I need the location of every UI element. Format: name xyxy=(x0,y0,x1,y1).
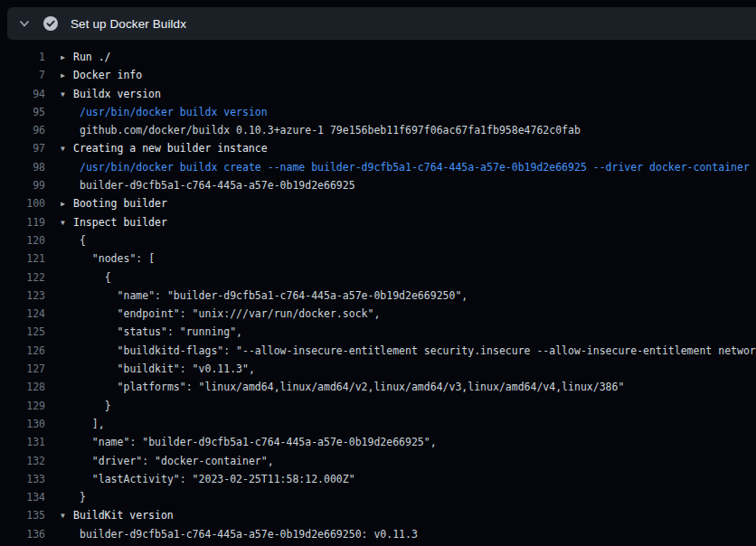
log-line: 122 { xyxy=(0,268,756,287)
log-text-body: } xyxy=(61,397,756,415)
line-number[interactable]: 123 xyxy=(0,287,45,305)
actions-log-viewer: Set up Docker Buildx 1▶Run ./7▶Docker in… xyxy=(0,0,756,546)
log-line: 127 "buildkit": "v0.11.3", xyxy=(0,360,756,378)
log-text: } xyxy=(80,400,111,412)
line-number[interactable]: 99 xyxy=(0,176,45,194)
log-text-body: "name": "builder-d9cfb5a1-c764-445a-a57e… xyxy=(61,433,756,451)
log-line: 136builder-d9cfb5a1-c764-445a-a57e-0b19d… xyxy=(0,525,756,543)
log-group-header[interactable]: ▼Inspect builder xyxy=(61,213,756,231)
log-line: 120{ xyxy=(0,231,756,249)
log-text-body: /usr/bin/docker buildx version xyxy=(61,103,756,121)
collapse-arrow-icon[interactable]: ▼ xyxy=(61,86,73,103)
log-text: "name": "builder-d9cfb5a1-c764-445a-a57e… xyxy=(80,436,437,448)
log-text: Run ./ xyxy=(73,51,111,63)
log-text: Inspect builder xyxy=(73,216,167,229)
log-line: 128 "platforms": "linux/amd64,linux/amd6… xyxy=(0,378,756,396)
log-line: 129 } xyxy=(0,397,756,415)
line-number[interactable]: 132 xyxy=(0,452,45,470)
line-number[interactable]: 126 xyxy=(0,342,45,360)
log-text-body: "platforms": "linux/amd64,linux/amd64/v2… xyxy=(61,378,756,396)
log-text: /usr/bin/docker buildx version xyxy=(80,106,268,118)
line-number[interactable]: 94 xyxy=(0,85,45,103)
line-number[interactable]: 119 xyxy=(0,213,45,231)
log-line: 99builder-d9cfb5a1-c764-445a-a57e-0b19d2… xyxy=(0,176,756,194)
line-number[interactable]: 96 xyxy=(0,121,45,139)
log-text: builder-d9cfb5a1-c764-445a-a57e-0b19d2e6… xyxy=(80,528,418,541)
log-text: /usr/bin/docker buildx create --name bui… xyxy=(80,161,750,174)
log-text: "platforms": "linux/amd64,linux/amd64/v2… xyxy=(80,381,624,393)
line-number[interactable]: 121 xyxy=(0,249,45,268)
log-line: 123 "name": "builder-d9cfb5a1-c764-445a-… xyxy=(0,287,756,305)
log-text-body: "buildkit": "v0.11.3", xyxy=(61,360,756,378)
log-text: { xyxy=(80,234,86,247)
log-text: "nodes": [ xyxy=(80,252,155,265)
line-number[interactable]: 134 xyxy=(0,488,45,506)
step-header[interactable]: Set up Docker Buildx xyxy=(7,7,756,40)
expand-arrow-icon[interactable]: ▶ xyxy=(61,67,73,84)
line-number[interactable]: 133 xyxy=(0,470,45,488)
line-number[interactable]: 1 xyxy=(0,48,45,66)
line-number[interactable]: 128 xyxy=(0,378,45,396)
log-text: { xyxy=(80,271,111,284)
log-text-body: builder-d9cfb5a1-c764-445a-a57e-0b19d2e6… xyxy=(61,176,756,194)
log-text-body: { xyxy=(61,268,756,287)
line-number[interactable]: 136 xyxy=(0,525,45,543)
log-text-body: github.com/docker/buildx 0.10.3+azure-1 … xyxy=(61,121,756,139)
log-area: 1▶Run ./7▶Docker info94▼Buildx version95… xyxy=(0,40,756,546)
log-line[interactable]: 135▼BuildKit version xyxy=(0,506,756,524)
log-line[interactable]: 94▼Buildx version xyxy=(0,85,756,103)
line-number[interactable]: 124 xyxy=(0,305,45,323)
log-text-body: "endpoint": "unix:///var/run/docker.sock… xyxy=(61,305,756,323)
log-line: 130 ], xyxy=(0,415,756,433)
log-line: 132 "driver": "docker-container", xyxy=(0,452,756,470)
collapse-arrow-icon[interactable]: ▼ xyxy=(61,140,73,157)
log-text-body: ], xyxy=(61,415,756,433)
log-group-header[interactable]: ▼BuildKit version xyxy=(61,506,756,524)
collapse-arrow-icon[interactable]: ▼ xyxy=(61,507,73,524)
line-number[interactable]: 135 xyxy=(0,506,45,524)
log-line: 95/usr/bin/docker buildx version xyxy=(0,103,756,121)
log-text-body: "lastActivity": "2023-02-25T11:58:12.000… xyxy=(61,470,756,488)
log-group-header[interactable]: ▶Booting builder xyxy=(61,194,756,212)
log-line: 124 "endpoint": "unix:///var/run/docker.… xyxy=(0,305,756,323)
log-text-body: /usr/bin/docker buildx create --name bui… xyxy=(61,158,756,176)
log-line: 133 "lastActivity": "2023-02-25T11:58:12… xyxy=(0,470,756,488)
line-number[interactable]: 120 xyxy=(0,231,45,249)
log-group-header[interactable]: ▶Run ./ xyxy=(61,48,756,66)
log-line[interactable]: 1▶Run ./ xyxy=(0,48,756,66)
log-line: 134} xyxy=(0,488,756,506)
log-line[interactable]: 119▼Inspect builder xyxy=(0,213,756,231)
line-number[interactable]: 7 xyxy=(0,66,45,84)
line-number[interactable]: 131 xyxy=(0,433,45,451)
line-number[interactable]: 127 xyxy=(0,360,45,378)
log-group-header[interactable]: ▼Buildx version xyxy=(61,85,756,103)
log-group-header[interactable]: ▼Creating a new builder instance xyxy=(61,139,756,157)
log-text: "name": "builder-d9cfb5a1-c764-445a-a57e… xyxy=(80,289,468,302)
line-number[interactable]: 122 xyxy=(0,268,45,287)
collapse-arrow-icon[interactable]: ▼ xyxy=(61,214,73,231)
line-number[interactable]: 100 xyxy=(0,194,45,212)
log-line[interactable]: 7▶Docker info xyxy=(0,66,756,84)
log-text: builder-d9cfb5a1-c764-445a-a57e-0b19d2e6… xyxy=(80,179,355,192)
log-text-body: } xyxy=(61,488,756,506)
log-text: BuildKit version xyxy=(73,509,174,522)
log-line[interactable]: 100▶Booting builder xyxy=(0,194,756,212)
line-number[interactable]: 95 xyxy=(0,103,45,121)
step-title: Set up Docker Buildx xyxy=(71,17,186,31)
log-group-header[interactable]: ▶Docker info xyxy=(61,66,756,84)
log-line[interactable]: 97▼Creating a new builder instance xyxy=(0,139,756,157)
expand-arrow-icon[interactable]: ▶ xyxy=(61,195,73,212)
log-text-body: "nodes": [ xyxy=(61,249,756,268)
line-number[interactable]: 97 xyxy=(0,139,45,157)
line-number[interactable]: 130 xyxy=(0,415,45,433)
log-line: 98/usr/bin/docker buildx create --name b… xyxy=(0,158,756,176)
line-number[interactable]: 98 xyxy=(0,158,45,176)
line-number[interactable]: 125 xyxy=(0,323,45,341)
line-number[interactable]: 129 xyxy=(0,397,45,415)
log-text: github.com/docker/buildx 0.10.3+azure-1 … xyxy=(80,124,581,136)
log-text: Creating a new builder instance xyxy=(73,142,268,155)
log-text-body: "name": "builder-d9cfb5a1-c764-445a-a57e… xyxy=(61,287,756,305)
chevron-down-icon[interactable] xyxy=(18,17,31,30)
log-text-body: "driver": "docker-container", xyxy=(61,452,756,470)
expand-arrow-icon[interactable]: ▶ xyxy=(61,49,73,66)
